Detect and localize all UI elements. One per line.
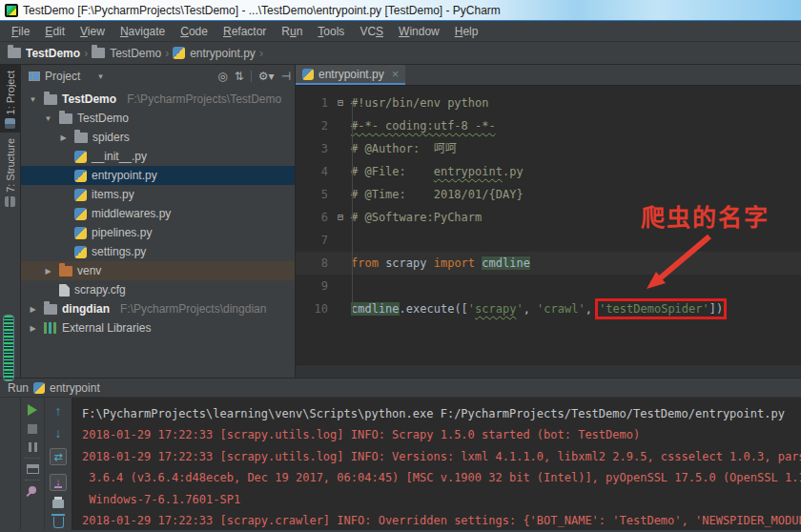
menu-item-code[interactable]: Code xyxy=(173,21,216,42)
settings-icon[interactable]: ⚙▾ xyxy=(258,71,275,82)
tree-item-pipelines-py[interactable]: pipelines.py xyxy=(21,223,295,242)
python-icon xyxy=(74,246,87,258)
code-text: cmdline.execute(['scrapy', 'crawl', 'tes… xyxy=(347,297,723,320)
code-text: from scrapy import cmdline xyxy=(347,252,530,275)
tree-item-venv[interactable]: ▶venv xyxy=(21,261,295,280)
folder-icon xyxy=(74,133,88,143)
python-file-icon xyxy=(302,69,314,80)
code-text: # @Author: 呵呵 xyxy=(347,137,457,160)
breadcrumb-label: TestDemo xyxy=(110,47,161,60)
code-text: # @Time: 2018/01/{DAY} xyxy=(347,183,524,206)
tree-item-label: entrypoint.py xyxy=(92,169,157,182)
line-number: 2 xyxy=(296,114,334,137)
breadcrumb-item-entrypoint.py[interactable]: entrypoint.py xyxy=(173,47,256,60)
close-tab-icon[interactable]: × xyxy=(392,67,400,81)
console-line: Windows-7-6.1.7601-SP1 xyxy=(82,489,801,510)
run-panel-body: ↑↓⇄↓ F:\PycharmProjects\learning\venv\Sc… xyxy=(0,398,801,530)
menu-item-tools[interactable]: Tools xyxy=(310,21,352,42)
structure-tool-icon xyxy=(5,196,15,207)
menu-item-window[interactable]: Window xyxy=(391,21,447,42)
tree-item--init-py[interactable]: __init__.py xyxy=(21,147,295,166)
fold-rail xyxy=(352,101,353,313)
expand-arrow-icon[interactable]: ▼ xyxy=(42,114,54,123)
breadcrumb-item-testdemo[interactable]: TestDemo xyxy=(92,47,161,60)
breadcrumb-label: TestDemo xyxy=(26,47,80,60)
folder-icon xyxy=(44,94,57,105)
menu-item-file[interactable]: File xyxy=(4,21,37,42)
editor-tab-label: entrypoint.py xyxy=(318,68,384,81)
run-tool-window: Run entrypoint ↑↓⇄↓ F:\PycharmProjects\l… xyxy=(0,378,801,530)
line-number: 7 xyxy=(296,229,334,252)
expand-arrow-icon[interactable]: ▶ xyxy=(27,305,39,314)
pause-icon[interactable] xyxy=(29,442,37,452)
scroll-end-icon[interactable]: ↓ xyxy=(50,474,67,491)
python-icon xyxy=(74,227,87,239)
tree-item-external-libraries[interactable]: ▶External Libraries xyxy=(21,318,295,338)
fold-marker-icon[interactable]: ⊟ xyxy=(334,206,347,229)
console-line: F:\PycharmProjects\learning\venv\Scripts… xyxy=(82,403,801,424)
window-title: TestDemo [F:\PycharmProjects\TestDemo] -… xyxy=(23,4,501,17)
panel-title: Project xyxy=(45,70,80,83)
run-console-output: F:\PycharmProjects\learning\venv\Scripts… xyxy=(72,398,801,530)
tool-stripe-label: 1: Project xyxy=(5,71,16,114)
tree-item-testdemo[interactable]: ▼TestDemoF:\PycharmProjects\TestDemo xyxy=(21,90,295,109)
fold-marker-icon xyxy=(334,297,347,320)
expand-arrow-icon[interactable]: ▼ xyxy=(27,95,39,104)
expand-arrow-icon[interactable]: ▶ xyxy=(42,267,54,276)
tree-item-label: External Libraries xyxy=(62,321,151,335)
arrow-down-icon[interactable]: ↓ xyxy=(55,426,62,440)
chevron-down-icon[interactable]: ▾ xyxy=(98,72,103,81)
console-line: 2018-01-29 17:22:33 [scrapy.utils.log] I… xyxy=(82,424,801,445)
file-icon xyxy=(59,284,70,297)
editor-tab-entrypoint[interactable]: entrypoint.py × xyxy=(296,65,405,85)
hide-icon[interactable]: ⊣ xyxy=(281,71,291,82)
menu-item-run[interactable]: Run xyxy=(274,21,310,42)
tool-stripe-tab-structure[interactable]: 7: Structure xyxy=(0,133,20,211)
tree-item-spiders[interactable]: ▶spiders xyxy=(21,128,295,147)
editor-tab-bar: entrypoint.py × xyxy=(296,65,801,86)
play-icon[interactable] xyxy=(28,404,37,416)
title-bar: TestDemo [F:\PycharmProjects\TestDemo] -… xyxy=(0,0,801,21)
expand-arrow-icon[interactable]: ▶ xyxy=(27,324,39,333)
locate-icon[interactable]: ◎ xyxy=(217,71,227,82)
soft-wrap-icon[interactable]: ⇄ xyxy=(50,448,67,465)
clear-icon[interactable] xyxy=(53,517,64,528)
pin-icon[interactable] xyxy=(29,486,36,494)
code-line-2: 2#-*- coding:utf-8 -*- xyxy=(296,114,801,137)
menu-item-help[interactable]: Help xyxy=(447,21,486,42)
tree-item-testdemo[interactable]: ▼TestDemo xyxy=(21,109,295,128)
breadcrumb-item-testdemo[interactable]: TestDemo xyxy=(8,47,80,60)
tree-item-scrapy-cfg[interactable]: scrapy.cfg xyxy=(21,280,295,299)
menu-item-edit[interactable]: Edit xyxy=(37,21,72,42)
menu-item-navigate[interactable]: Navigate xyxy=(113,21,173,42)
menu-item-view[interactable]: View xyxy=(72,21,113,42)
tree-item-dingdian[interactable]: ▶dingdianF:\PycharmProjects\dingdian xyxy=(21,299,295,318)
tree-item-middlewares-py[interactable]: middlewares.py xyxy=(21,204,295,223)
stop-icon[interactable] xyxy=(28,424,37,434)
striped-indicator xyxy=(3,315,14,381)
arrow-up-icon[interactable]: ↑ xyxy=(55,404,62,418)
tree-item-entrypoint-py[interactable]: entrypoint.py xyxy=(21,166,295,185)
console-line: 2018-01-29 17:22:33 [scrapy.utils.log] I… xyxy=(82,446,801,467)
restore-layout-icon[interactable] xyxy=(27,464,39,474)
fold-marker-icon[interactable]: ⊟ xyxy=(334,92,347,114)
folder-icon xyxy=(44,304,57,315)
editor-scrollbar-track[interactable] xyxy=(296,364,801,378)
python-icon xyxy=(74,151,87,163)
collapse-all-icon[interactable]: ⇅ xyxy=(235,71,244,82)
annotation-red-box: 'testDemoSpider']) xyxy=(599,302,723,316)
printer-icon[interactable] xyxy=(52,500,64,508)
pycharm-app-icon[interactable] xyxy=(5,4,18,17)
expand-arrow-icon[interactable]: ▶ xyxy=(57,133,70,142)
tree-item-settings-py[interactable]: settings.py xyxy=(21,242,295,261)
breadcrumb: TestDemo›TestDemo›entrypoint.py› xyxy=(0,42,801,65)
run-target-label: entrypoint xyxy=(50,381,100,395)
python-icon xyxy=(74,170,87,182)
menu-item-vcs[interactable]: VCS xyxy=(352,21,391,42)
tree-item-label: middlewares.py xyxy=(92,207,171,220)
tree-item-items-py[interactable]: items.py xyxy=(21,185,295,204)
tool-stripe-tab-project[interactable]: 1: Project xyxy=(0,65,20,133)
python-icon xyxy=(173,47,185,59)
tree-item-label: spiders xyxy=(92,131,130,144)
menu-item-refactor[interactable]: Refactor xyxy=(216,21,274,42)
